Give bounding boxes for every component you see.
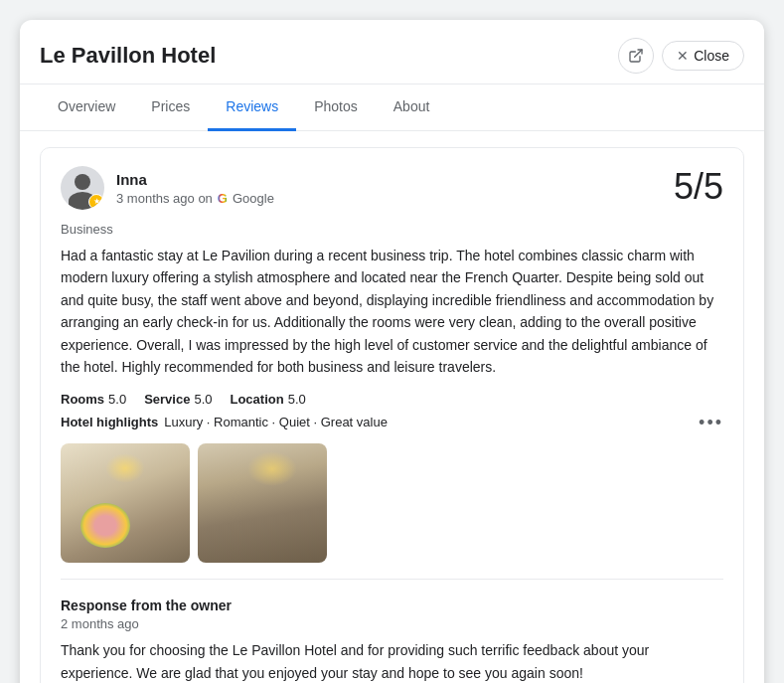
reviewer-date: 3 months ago on G Google — [116, 191, 274, 206]
divider — [61, 579, 723, 580]
header: Le Pavillon Hotel ✕ Close — [20, 20, 764, 85]
review-category: Business — [61, 222, 723, 237]
badge-star-icon: ★ — [93, 198, 100, 206]
header-actions: ✕ Close — [618, 38, 744, 74]
reviewer-meta: Inna 3 months ago on G Google — [116, 171, 274, 206]
hotel-photo-1[interactable] — [61, 443, 190, 563]
google-logo: G — [218, 191, 228, 206]
x-icon: ✕ — [677, 48, 689, 64]
response-title: Response from the owner — [61, 598, 723, 613]
main-content: ★ Inna 3 months ago on G Google 5/5 — [20, 131, 764, 683]
main-window: Le Pavillon Hotel ✕ Close Overview Price… — [20, 20, 764, 683]
tab-reviews[interactable]: Reviews — [208, 85, 296, 131]
hotel-title: Le Pavillon Hotel — [40, 43, 216, 69]
reviewer-badge: ★ — [88, 194, 104, 210]
external-link-button[interactable] — [618, 38, 654, 74]
rating-breakdown: Rooms 5.0 Service 5.0 Location 5.0 — [61, 392, 723, 407]
svg-line-0 — [635, 50, 642, 57]
hotel-photo-2[interactable] — [198, 443, 327, 563]
owner-response: Response from the owner 2 months ago Tha… — [61, 594, 723, 683]
service-rating: Service 5.0 — [144, 392, 212, 407]
response-text: Thank you for choosing the Le Pavillon H… — [61, 639, 723, 683]
highlights-values: Luxury · Romantic · Quiet · Great value — [164, 415, 388, 429]
highlights-label: Hotel highlights — [61, 415, 158, 429]
tab-photos[interactable]: Photos — [296, 85, 376, 131]
rooms-rating: Rooms 5.0 — [61, 392, 126, 407]
close-label: Close — [694, 48, 729, 64]
avatar: ★ — [61, 166, 104, 210]
photos-row — [61, 443, 723, 563]
review-card: ★ Inna 3 months ago on G Google 5/5 — [40, 147, 744, 683]
tab-bar: Overview Prices Reviews Photos About — [20, 85, 764, 131]
tab-about[interactable]: About — [376, 85, 448, 131]
review-header: ★ Inna 3 months ago on G Google 5/5 — [61, 166, 723, 210]
external-link-icon — [628, 48, 644, 64]
rating-score: 5/5 — [674, 166, 723, 208]
close-button[interactable]: ✕ Close — [662, 41, 744, 71]
location-rating: Location 5.0 — [230, 392, 305, 407]
tab-prices[interactable]: Prices — [133, 85, 208, 131]
tab-overview[interactable]: Overview — [40, 85, 133, 131]
more-options-button[interactable]: ••• — [699, 412, 723, 432]
review-text: Had a fantastic stay at Le Pavilion duri… — [61, 245, 723, 378]
response-date: 2 months ago — [61, 616, 723, 631]
reviewer-info: ★ Inna 3 months ago on G Google — [61, 166, 274, 210]
highlights-row: Hotel highlights Luxury · Romantic · Qui… — [61, 415, 723, 429]
reviewer-name: Inna — [116, 171, 274, 188]
